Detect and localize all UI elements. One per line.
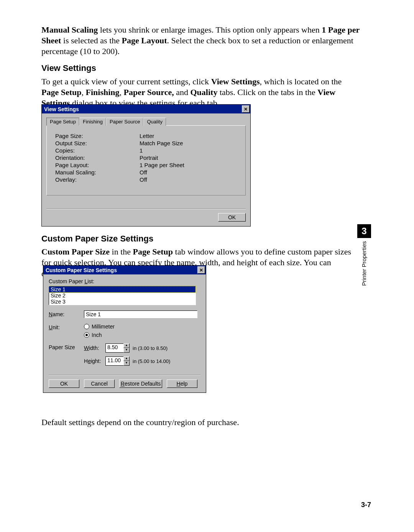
unit-radio-millimeter[interactable]: Millimeter [84,323,115,330]
arrow-down-icon[interactable]: ▼ [123,348,130,353]
setting-label: Page Size: [55,133,140,139]
width-value[interactable]: 8.50 [105,343,123,353]
tab-pane: Page Size:LetterOutput Size:Match Page S… [46,125,246,195]
list-item[interactable]: Size 3 [49,299,196,305]
setting-value: Off [140,176,237,183]
term-page-layout: Page Layout [122,36,167,45]
arrow-down-icon[interactable]: ▼ [123,361,130,366]
restore-defaults-button[interactable]: Restore Defaults [119,379,162,388]
close-icon[interactable]: ✕ [197,266,205,274]
radio-icon [84,324,89,329]
ok-button[interactable]: OK [218,213,246,222]
custom-paper-list-label: Custom Paper List: [49,278,200,284]
width-range: in (3.00 to 8.50) [133,345,168,351]
custom-paper-list[interactable]: Size 1Size 2Size 3 [49,286,196,305]
close-icon[interactable]: ✕ [242,105,250,113]
name-field[interactable] [84,310,197,318]
dialog-view-settings: View Settings ✕ Page Setup Finishing Pap… [41,104,251,227]
cancel-button[interactable]: Cancel [84,379,115,388]
setting-label: Orientation: [55,154,140,161]
list-item[interactable]: Size 2 [49,292,196,299]
heading-custom-paper-size: Custom Paper Size Settings [41,233,360,244]
setting-value: Portrait [140,154,237,161]
setting-label: Output Size: [55,140,140,146]
setting-label: Copies: [55,147,140,154]
tab-finishing[interactable]: Finishing [79,118,106,126]
setting-value: Off [140,169,237,176]
height-label: Height: [84,358,102,364]
radio-icon [84,332,89,338]
titlebar-view-settings: View Settings ✕ [42,105,250,113]
chapter-label: Printer Properties [361,241,367,286]
titlebar-custom-paper-size: Custom Paper Size Settings ✕ [43,266,206,274]
tab-page-setup[interactable]: Page Setup [46,118,79,126]
name-label: Name: [49,310,84,317]
width-label: Width: [84,345,102,351]
ok-button[interactable]: OK [49,379,79,388]
height-value[interactable]: 11.00 [105,356,123,366]
tab-quality[interactable]: Quality [143,118,166,126]
arrow-up-icon[interactable]: ▲ [123,343,130,348]
arrow-up-icon[interactable]: ▲ [123,356,130,361]
unit-label: Unit: [49,323,84,330]
height-range: in (5.00 to 14.00) [133,358,170,364]
setting-value: Letter [140,133,237,139]
setting-value: Match Page Size [140,140,237,146]
list-item[interactable]: Size 1 [49,286,196,292]
tab-strip: Page Setup Finishing Paper Source Qualit… [46,117,246,125]
page-number: 3-7 [361,501,371,509]
setting-value: 1 [140,147,237,154]
help-button[interactable]: Help [167,379,197,388]
setting-label: Overlay: [55,176,140,183]
heading-view-settings: View Settings [41,63,360,74]
paragraph-view-settings: To get a quick view of your current sett… [41,76,360,108]
term-manual-scaling: Manual Scaling [41,25,98,34]
setting-value: 1 Page per Sheet [140,162,237,168]
paragraph-manual-scaling: Manual Scaling lets you shrink or enlarg… [41,25,360,57]
height-stepper[interactable]: 11.00 ▲▼ [105,356,130,366]
paragraph-footer-note: Default settings depend on the country/r… [41,417,360,428]
dialog-custom-paper-size: Custom Paper Size Settings ✕ Custom Pape… [43,265,206,393]
unit-radio-inch[interactable]: Inch [84,332,115,338]
title-custom-paper-size: Custom Paper Size Settings [46,267,117,273]
width-stepper[interactable]: 8.50 ▲▼ [105,343,130,353]
tab-paper-source[interactable]: Paper Source [106,118,144,126]
setting-label: Manual Scaling: [55,169,140,176]
setting-label: Page Layout: [55,162,140,168]
paper-size-label: Paper Size [49,343,84,350]
title-view-settings: View Settings [44,106,79,112]
